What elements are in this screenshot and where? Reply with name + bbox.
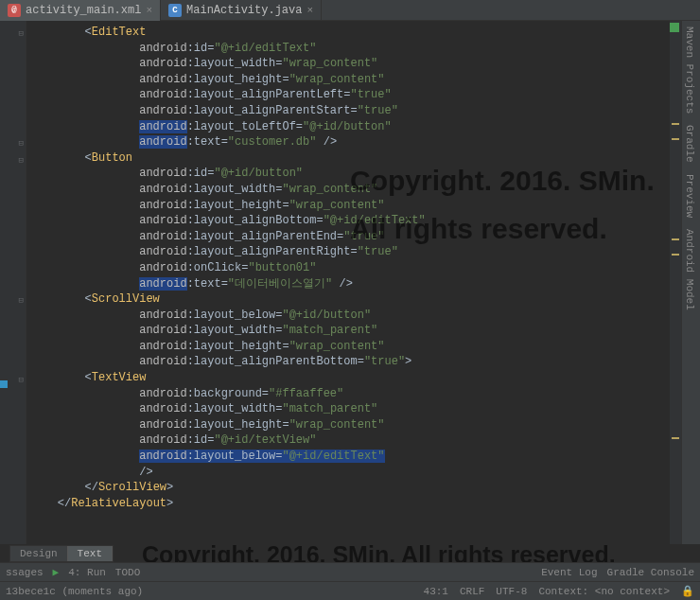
design-text-tabs: Design Text: [9, 545, 114, 562]
error-stripe[interactable]: [670, 21, 681, 544]
messages-label[interactable]: ssages: [6, 567, 44, 578]
breakpoint-mark[interactable]: [0, 380, 8, 388]
code-editor[interactable]: <EditText android:id="@+id/editText" and…: [26, 21, 700, 544]
code-line[interactable]: android:layout_below="@+id/button": [30, 308, 700, 324]
code-line[interactable]: android:layout_width="match_parent": [30, 401, 700, 417]
editor-tab[interactable]: CMainActivity.java×: [161, 0, 322, 21]
caret-position[interactable]: 43:1: [424, 586, 448, 597]
close-icon[interactable]: ×: [146, 5, 152, 16]
right-tool-strip: Maven ProjectsGradlePreviewAndroid Model: [681, 21, 700, 544]
line-separator[interactable]: CRLF: [460, 586, 484, 597]
tab-label: MainActivity.java: [186, 4, 302, 17]
editor-tab[interactable]: @activity_main.xml×: [0, 0, 161, 21]
editor-area: ⊟ ⊟ ⊟ ⊟ ⊟ <EditText android:id="@+id/edi…: [0, 21, 700, 544]
git-status[interactable]: 13bece1c (moments ago): [6, 586, 143, 597]
text-tab[interactable]: Text: [68, 546, 113, 561]
code-line[interactable]: </RelativeLayout>: [30, 496, 700, 512]
tab-label: activity_main.xml: [26, 4, 141, 17]
tool-window-bar: ssages ▶ 4: Run TODO Event Log Gradle Co…: [0, 562, 700, 581]
code-line[interactable]: android:layout_alignParentRight="true": [30, 244, 700, 260]
editor-tabs: @activity_main.xml×CMainActivity.java×: [0, 0, 700, 21]
code-line[interactable]: android:id="@+id/editText": [30, 41, 700, 57]
code-line[interactable]: android:onClick="button01": [30, 260, 700, 276]
todo-tab[interactable]: TODO: [115, 567, 140, 578]
code-line[interactable]: android:layout_alignParentLeft="true": [30, 87, 700, 103]
fold-icon[interactable]: ⊟: [19, 28, 24, 39]
code-line[interactable]: android:layout_height="wrap_content": [30, 198, 700, 214]
code-line[interactable]: android:layout_alignBottom="@+id/editTex…: [30, 213, 700, 229]
code-line[interactable]: <ScrollView: [30, 291, 700, 308]
code-line[interactable]: android:layout_width="wrap_content": [30, 56, 700, 72]
file-icon: C: [168, 4, 182, 17]
gradle-console-tab[interactable]: Gradle Console: [607, 567, 694, 578]
fold-icon[interactable]: ⊟: [19, 375, 24, 385]
tool-window-button[interactable]: Maven Projects: [682, 21, 697, 119]
code-line[interactable]: />: [30, 465, 700, 481]
encoding[interactable]: UTF-8: [496, 586, 527, 597]
tool-window-button[interactable]: Android Model: [682, 223, 697, 316]
fold-icon[interactable]: ⊟: [19, 295, 24, 306]
code-line[interactable]: android:layout_height="wrap_content": [30, 417, 700, 433]
code-line[interactable]: <TextView: [30, 370, 700, 386]
run-icon[interactable]: ▶: [53, 566, 60, 578]
status-bar: 13bece1c (moments ago) 43:1 CRLF UTF-8 C…: [0, 581, 700, 600]
run-tab[interactable]: 4: Run: [68, 567, 106, 578]
code-line[interactable]: android:layout_height="wrap_content": [30, 72, 700, 88]
fold-icon[interactable]: ⊟: [19, 138, 24, 149]
code-line[interactable]: <Button: [30, 150, 700, 167]
code-line[interactable]: android:layout_below="@+id/editText": [30, 449, 700, 465]
file-icon: @: [8, 4, 21, 17]
code-line[interactable]: android:layout_alignParentStart="true": [30, 103, 700, 119]
code-line[interactable]: android:layout_toLeftOf="@+id/button": [30, 119, 700, 135]
code-line[interactable]: android:layout_alignParentEnd="true": [30, 229, 700, 245]
code-line[interactable]: android:background="#ffaaffee": [30, 386, 700, 402]
code-line[interactable]: android:id="@+id/button": [30, 166, 700, 182]
code-line[interactable]: android:text="customer.db" />: [30, 134, 700, 150]
event-log-tab[interactable]: Event Log: [541, 567, 597, 578]
tool-window-button[interactable]: Gradle: [682, 119, 697, 168]
design-tab[interactable]: Design: [10, 546, 68, 561]
code-line[interactable]: android:layout_height="wrap_content": [30, 339, 700, 355]
code-line[interactable]: <EditText: [30, 25, 700, 41]
code-line[interactable]: android:id="@+id/textView": [30, 432, 700, 449]
close-icon[interactable]: ×: [306, 5, 313, 16]
tool-window-button[interactable]: Preview: [682, 168, 697, 223]
lock-icon[interactable]: 🔒: [681, 585, 694, 597]
code-line[interactable]: </ScrollView>: [30, 480, 700, 496]
code-line[interactable]: android:text="데이터베이스열기" />: [30, 276, 700, 292]
fold-icon[interactable]: ⊟: [19, 155, 24, 166]
code-line[interactable]: android:layout_alignParentBottom="true">: [30, 354, 700, 370]
gutter: ⊟ ⊟ ⊟ ⊟ ⊟: [0, 21, 26, 544]
code-line[interactable]: android:layout_width="match_parent": [30, 323, 700, 339]
code-line[interactable]: android:layout_width="wrap_content": [30, 182, 700, 198]
context[interactable]: Context: <no context>: [538, 586, 670, 597]
